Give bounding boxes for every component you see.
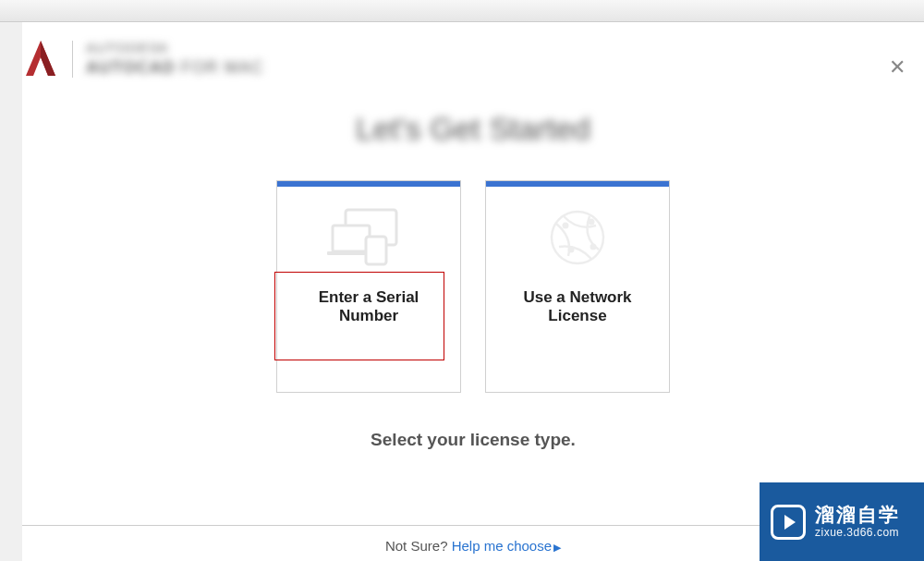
svg-point-8: [590, 244, 597, 250]
footer-prefix: Not Sure?: [385, 538, 452, 554]
watermark-title: 溜溜自学: [815, 505, 900, 525]
watermark-url: zixue.3d66.com: [815, 526, 900, 539]
license-dialog: AUTODESK AUTOCAD FOR MAC ✕ Let's Get Sta…: [22, 22, 924, 561]
instruction-text: Select your license type.: [22, 430, 924, 450]
dialog-header: AUTODESK AUTOCAD FOR MAC ✕: [22, 22, 924, 79]
network-globe-icon: [486, 187, 669, 288]
svg-point-5: [563, 223, 569, 229]
help-me-choose-link[interactable]: Help me choose: [452, 538, 552, 554]
serial-card-label: Enter a SerialNumber: [277, 288, 460, 326]
watermark-overlay: 溜溜自学 zixue.3d66.com: [760, 482, 924, 561]
network-card-label: Use a NetworkLicense: [486, 288, 669, 326]
header-divider: [72, 41, 73, 78]
svg-point-4: [552, 212, 603, 263]
svg-rect-3: [366, 237, 386, 264]
license-options: Enter a SerialNumber Use a NetworkLicens…: [22, 180, 924, 393]
product-name: AUTODESK AUTOCAD FOR MAC: [86, 40, 264, 78]
autodesk-logo-icon: [22, 39, 59, 79]
svg-point-6: [589, 219, 595, 226]
brand-line1: AUTODESK: [86, 40, 264, 57]
svg-point-7: [568, 247, 575, 253]
enter-serial-card[interactable]: Enter a SerialNumber: [276, 180, 461, 393]
close-button[interactable]: ✕: [889, 57, 906, 78]
close-icon: ✕: [889, 55, 906, 79]
network-license-card[interactable]: Use a NetworkLicense: [485, 180, 670, 393]
window-titlebar: [0, 0, 924, 22]
play-icon: [771, 505, 806, 540]
brand-line2: AUTOCAD FOR MAC: [86, 57, 264, 79]
page-headline: Let's Get Started: [22, 111, 924, 147]
svg-rect-1: [333, 226, 370, 251]
devices-icon: [277, 187, 460, 288]
chevron-right-icon: ▶: [553, 542, 561, 553]
